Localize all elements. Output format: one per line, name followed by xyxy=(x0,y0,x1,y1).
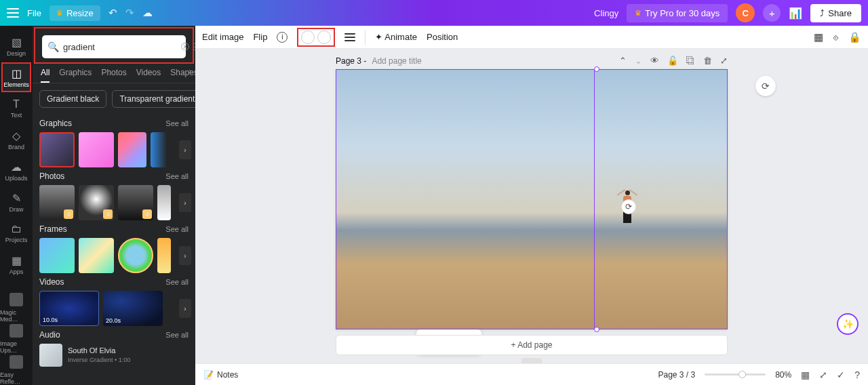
transparency-grid-icon[interactable]: ▦ xyxy=(814,31,823,43)
resize-handle[interactable] xyxy=(594,327,599,332)
graphic-thumb-1[interactable] xyxy=(39,132,75,167)
page-title-input[interactable]: Add page title xyxy=(372,56,421,66)
color-swatch-2[interactable] xyxy=(317,31,331,44)
tab-shapes[interactable]: Shapes xyxy=(170,68,198,83)
frame-thumb-1[interactable] xyxy=(39,238,75,273)
file-menu[interactable]: File xyxy=(27,8,41,18)
graphic-thumb-3[interactable] xyxy=(118,132,146,167)
rail-draw[interactable]: ✎Draw xyxy=(0,187,33,217)
frame-thumb-3[interactable] xyxy=(118,238,153,273)
see-all-videos[interactable]: See all xyxy=(165,278,189,286)
fullscreen-icon[interactable]: ⤢ xyxy=(819,369,827,380)
video-thumb-1[interactable]: 10.0s xyxy=(39,291,99,326)
selected-image[interactable]: ⟳ xyxy=(336,69,728,329)
add-page-button[interactable]: + Add page xyxy=(336,335,728,355)
canvas-page[interactable]: ⟳ xyxy=(336,69,728,329)
notes-button[interactable]: 📝Notes xyxy=(203,370,238,380)
zoom-slider[interactable] xyxy=(705,373,766,376)
rail-design[interactable]: ▧Design xyxy=(0,31,33,61)
page-drawer-handle[interactable] xyxy=(521,358,542,363)
ai-assistant-button[interactable]: ✨ xyxy=(837,313,859,335)
rail-elements[interactable]: ◫Elements xyxy=(1,62,31,92)
section-photos-label: Photos xyxy=(39,171,64,181)
grid-view-icon[interactable]: ▦ xyxy=(801,369,810,380)
lock-icon[interactable]: 🔒 xyxy=(848,31,861,43)
resize-handle[interactable] xyxy=(594,66,599,72)
photos-next-icon[interactable]: › xyxy=(179,193,191,212)
page-indicator[interactable]: Page 3 / 3 xyxy=(658,370,695,380)
audio-item[interactable]: South Of Elvia Inverse Gradient • 1:00 xyxy=(39,344,189,367)
undo-icon[interactable]: ↶ xyxy=(108,7,117,19)
resize-button[interactable]: ♛Resize xyxy=(50,5,100,21)
zoom-thumb[interactable] xyxy=(738,371,746,378)
duplicate-page-icon[interactable]: ⿻ xyxy=(686,56,695,66)
see-all-audio[interactable]: See all xyxy=(165,331,189,339)
rail-easy-reflections[interactable]: Easy Refle… xyxy=(0,355,33,385)
photo-thumb-4[interactable] xyxy=(157,185,171,220)
invite-button[interactable]: + xyxy=(763,4,781,22)
frame-thumb-4[interactable] xyxy=(157,238,171,273)
info-icon[interactable]: i xyxy=(277,32,288,43)
videos-next-icon[interactable]: › xyxy=(179,299,191,318)
graphic-thumb-2[interactable] xyxy=(79,132,114,167)
rail-uploads[interactable]: ☁Uploads xyxy=(0,156,33,186)
checkmark-icon[interactable]: ✓ xyxy=(837,369,845,380)
edit-image-button[interactable]: Edit image xyxy=(202,32,243,42)
document-title[interactable]: Clingy xyxy=(594,8,618,18)
video-thumb-2[interactable]: 20.0s xyxy=(103,291,163,326)
expand-page-icon[interactable]: ⤢ xyxy=(720,56,728,66)
clear-icon[interactable]: ⓧ xyxy=(181,41,189,53)
tab-graphics[interactable]: Graphics xyxy=(59,68,92,83)
photo-thumb-1[interactable]: ♛ xyxy=(39,185,75,220)
tab-all[interactable]: All xyxy=(41,68,50,83)
see-all-photos[interactable]: See all xyxy=(165,172,189,180)
refresh-button[interactable]: ⟳ xyxy=(755,76,776,96)
rail-projects[interactable]: 🗀Projects xyxy=(0,218,33,248)
page-up-icon[interactable]: ⌃ xyxy=(619,56,627,66)
copy-style-icon[interactable]: ⟐ xyxy=(833,31,839,43)
graphic-thumb-4[interactable] xyxy=(151,132,171,167)
page-tools: ⌃ ⌄ 👁 🔓 ⿻ 🗑 ⤢ xyxy=(619,56,728,66)
see-all-frames[interactable]: See all xyxy=(165,225,189,233)
redo-icon[interactable]: ↷ xyxy=(125,7,134,19)
delete-page-icon[interactable]: 🗑 xyxy=(703,56,712,66)
frames-next-icon[interactable]: › xyxy=(179,246,191,265)
tab-photos[interactable]: Photos xyxy=(101,68,126,83)
color-swatch-1[interactable] xyxy=(301,31,315,44)
cloud-icon: ☁ xyxy=(11,161,22,174)
rail-magic-media[interactable]: Magic Med… xyxy=(0,293,33,323)
crown-icon: ♛ xyxy=(56,9,63,18)
chip-gradient-black[interactable]: Gradient black xyxy=(39,90,106,108)
search-input[interactable] xyxy=(63,42,177,52)
rail-brand[interactable]: ◇Brand xyxy=(0,125,33,155)
insights-icon[interactable]: 📊 xyxy=(789,7,802,20)
tabs-next-icon[interactable]: › xyxy=(189,66,191,80)
cloud-sync-icon[interactable]: ☁ xyxy=(142,7,153,19)
flip-button[interactable]: Flip xyxy=(253,32,267,42)
help-icon[interactable]: ? xyxy=(854,369,860,380)
graphics-next-icon[interactable]: › xyxy=(179,140,191,159)
menu-icon[interactable] xyxy=(7,8,19,18)
zoom-value[interactable]: 80% xyxy=(775,370,791,380)
lock-page-icon[interactable]: 🔓 xyxy=(667,56,678,66)
rail-text[interactable]: TText xyxy=(0,94,33,123)
photo-thumb-3[interactable]: ♛ xyxy=(118,185,153,220)
tab-videos[interactable]: Videos xyxy=(136,68,161,83)
hide-icon[interactable]: 👁 xyxy=(650,56,659,66)
rail-image-upscaler[interactable]: Image Ups… xyxy=(0,324,33,354)
see-all-graphics[interactable]: See all xyxy=(165,119,189,127)
rail-apps[interactable]: ▦Apps xyxy=(0,249,33,279)
animate-button[interactable]: ✦ Animate xyxy=(375,32,417,42)
position-button[interactable]: Position xyxy=(427,32,458,42)
photo-thumb-2[interactable]: ♛ xyxy=(79,185,114,220)
audio-thumb-icon xyxy=(39,344,62,367)
frame-thumb-2[interactable] xyxy=(79,238,114,273)
share-button[interactable]: ⤴Share xyxy=(810,4,861,22)
page-down-icon[interactable]: ⌄ xyxy=(635,56,642,66)
list-icon[interactable] xyxy=(344,33,355,41)
results-scroll[interactable]: GraphicsSee all › PhotosSee all ♛ ♛ ♛ › … xyxy=(33,115,195,385)
chip-transparent-gradient[interactable]: Transparent gradient xyxy=(112,90,202,108)
avatar[interactable]: C xyxy=(736,3,755,22)
try-pro-button[interactable]: ♛Try Pro for 30 days xyxy=(627,4,728,22)
audio-subtitle: Inverse Gradient • 1:00 xyxy=(68,355,130,365)
